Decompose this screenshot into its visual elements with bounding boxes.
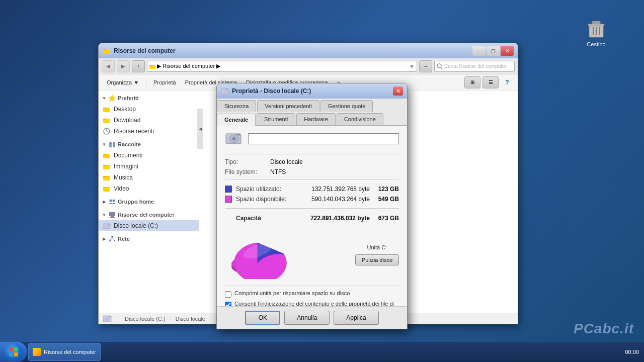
- video-icon: [103, 185, 111, 193]
- applica-button[interactable]: Applica: [334, 311, 378, 325]
- sidebar-collapse-button[interactable]: ◀: [197, 109, 199, 149]
- recycle-bin-icon[interactable]: Cestino: [579, 15, 614, 47]
- window-controls: ─ ◻ ✕: [472, 46, 514, 56]
- sidebar-item-download[interactable]: Download: [99, 115, 199, 126]
- nav-forward-button[interactable]: ▶: [117, 60, 130, 72]
- svg-rect-20: [109, 142, 112, 145]
- index-label: Consenti l'indicizzazione del contenuto …: [234, 301, 399, 306]
- svg-point-10: [437, 64, 441, 68]
- nav-back-button[interactable]: ◀: [102, 60, 115, 72]
- compress-checkbox[interactable]: [225, 291, 231, 298]
- recent-label: Risorse recenti: [114, 128, 154, 135]
- index-checkbox[interactable]: [225, 302, 231, 306]
- dialog-close-button[interactable]: ✕: [393, 86, 403, 96]
- gruppo-collapse-icon: ▶: [102, 199, 107, 204]
- taskbar: Risorse del computer 00:00: [0, 342, 644, 362]
- organize-button[interactable]: Organizza ▼: [103, 78, 143, 87]
- capacity-bytes: 722.891.436.032 byte: [304, 215, 370, 222]
- desktop-label: Desktop: [114, 106, 136, 113]
- tab-versioni[interactable]: Versioni precedenti: [257, 100, 319, 112]
- tab-strumenti[interactable]: Strumenti: [257, 113, 295, 125]
- explorer-title: Risorse del computer: [103, 47, 176, 55]
- svg-line-43: [110, 237, 112, 240]
- sidebar-item-immagini[interactable]: Immagini: [99, 161, 199, 172]
- nav-go-button[interactable]: →: [419, 60, 432, 72]
- address-text: ▶ Risorse del computer ▶: [157, 63, 220, 69]
- raccolte-header[interactable]: ▼ Raccolte: [99, 139, 199, 150]
- address-arrow-icon: ▼: [409, 63, 415, 69]
- sidebar-item-musica[interactable]: Musica: [99, 172, 199, 183]
- network-icon: [109, 235, 116, 242]
- tab-quote[interactable]: Gestione quote: [320, 100, 373, 112]
- documenti-icon: [103, 151, 111, 159]
- filesystem-row: File system: NTFS: [225, 168, 399, 175]
- svg-marker-12: [109, 95, 115, 101]
- documenti-label: Documenti: [114, 152, 142, 159]
- annulla-label: Annulla: [297, 314, 317, 321]
- properties-label: Proprietà: [153, 79, 176, 85]
- clean-disk-button[interactable]: Pulizia disco: [355, 254, 399, 265]
- rete-collapse-icon: ▶: [102, 236, 107, 241]
- divider-3: [225, 208, 399, 209]
- dialog-title: Proprietà - Disco locale (C:): [221, 87, 311, 95]
- preferiti-label: Preferiti: [118, 95, 139, 101]
- risorse-header[interactable]: ▼ Risorse del computer: [99, 209, 199, 220]
- explorer-window-title: Risorse del computer: [114, 47, 176, 54]
- sidebar-item-recent[interactable]: Risorse recenti: [99, 126, 199, 137]
- immagini-label: Immagini: [114, 163, 138, 170]
- toolbar-separator-1: [146, 77, 146, 87]
- help-button[interactable]: ?: [501, 76, 514, 88]
- ok-button[interactable]: OK: [245, 311, 280, 325]
- minimize-button[interactable]: ─: [472, 46, 486, 56]
- used-color-box: [225, 186, 232, 193]
- sidebar-item-desktop[interactable]: Desktop: [99, 104, 199, 115]
- properties-button[interactable]: Proprietà: [149, 78, 180, 87]
- tipo-row: Tipo: Disco locale: [225, 158, 399, 165]
- dialog-tab-row-1: Sicurezza Versioni precedenti Gestione q…: [217, 99, 407, 112]
- raccolte-icon: [109, 141, 116, 148]
- svg-line-11: [441, 67, 442, 69]
- taskbar-explorer-button[interactable]: Risorse del computer: [28, 343, 101, 361]
- search-placeholder: Cerca Risorse del computer: [444, 63, 507, 69]
- dialog-window: Proprietà - Disco locale (C:) ✕ Sicurezz…: [216, 83, 408, 329]
- disk-c-label: Disco locale (C:): [114, 222, 158, 229]
- svg-line-44: [112, 237, 114, 240]
- restore-button[interactable]: ◻: [487, 46, 500, 56]
- sidebar-item-video[interactable]: Video: [99, 183, 199, 194]
- watermark: PCabc.it: [574, 321, 634, 337]
- start-button[interactable]: [0, 342, 27, 362]
- risorse-label: Risorse del computer: [118, 212, 174, 218]
- nav-up-button[interactable]: ↑: [132, 60, 145, 72]
- sidebar-item-documenti[interactable]: Documenti: [99, 150, 199, 161]
- gruppo-icon: [109, 198, 116, 205]
- disk-c-icon: [103, 222, 111, 230]
- tab-hardware[interactable]: Hardware: [296, 113, 336, 125]
- disk-name-row: [225, 132, 399, 146]
- gruppo-header[interactable]: ▶ Gruppo home: [99, 196, 199, 207]
- explorer-title-icon: [103, 47, 111, 55]
- search-bar[interactable]: Cerca Risorse del computer: [434, 61, 515, 72]
- svg-rect-61: [9, 352, 13, 356]
- svg-point-46: [105, 317, 110, 321]
- view-button[interactable]: ⊞: [464, 76, 480, 88]
- space-used-row: Spazio utilizzato: 132.751.392.768 byte …: [225, 184, 399, 194]
- preferiti-header[interactable]: ▼ Preferiti: [99, 93, 199, 104]
- sidebar-item-disk-c[interactable]: Disco locale (C:): [99, 220, 199, 231]
- capacity-label: Capacità: [236, 215, 300, 222]
- space-used-bytes: 132.751.392.768 byte: [304, 186, 370, 193]
- address-bar[interactable]: ▶ Risorse del computer ▶ ▼: [147, 61, 417, 72]
- tab-generale[interactable]: Generale: [217, 114, 256, 126]
- rete-header[interactable]: ▶ Rete: [99, 233, 199, 244]
- dialog-titlebar: Proprietà - Disco locale (C:) ✕: [217, 83, 407, 99]
- svg-rect-23: [113, 145, 115, 147]
- disk-name-input[interactable]: [248, 133, 399, 144]
- close-button[interactable]: ✕: [501, 46, 514, 56]
- tab-condivisione[interactable]: Condivisione: [337, 113, 383, 125]
- annulla-button[interactable]: Annulla: [284, 311, 330, 325]
- pane-button[interactable]: ☰: [482, 76, 499, 88]
- desktop-folder-icon: [103, 105, 111, 113]
- tab-sicurezza[interactable]: Sicurezza: [217, 100, 256, 112]
- tipo-label: Tipo:: [225, 158, 270, 165]
- immagini-icon: [103, 162, 111, 170]
- pie-container: Unità C: Pulizia disco: [225, 229, 399, 281]
